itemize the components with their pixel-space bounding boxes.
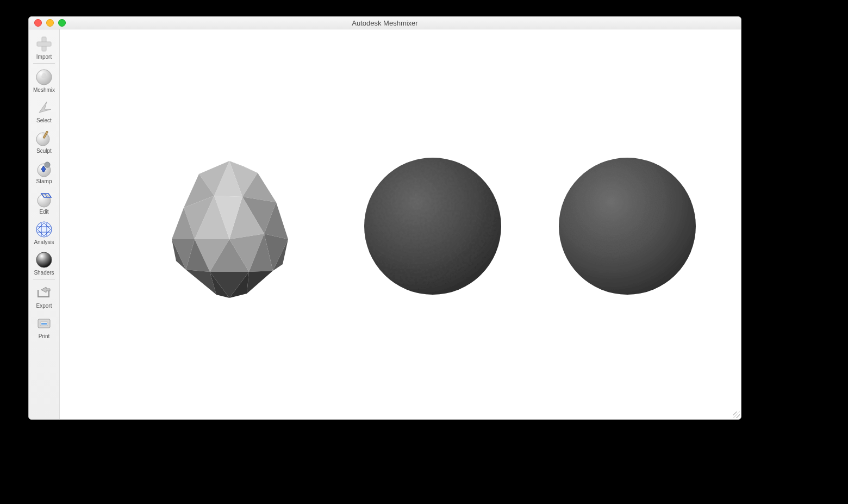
svg-point-3 (36, 133, 49, 146)
scene (60, 29, 741, 419)
edit-icon (35, 190, 53, 208)
tool-label: Print (39, 334, 50, 339)
window-title: Autodesk Meshmixer (29, 19, 741, 27)
svg-rect-1 (37, 42, 51, 46)
tool-stamp[interactable]: Stamp (30, 156, 58, 186)
tool-label: Meshmix (33, 88, 55, 93)
analysis-icon (35, 220, 53, 239)
minimize-icon[interactable] (46, 19, 54, 27)
cursor-icon (35, 98, 53, 117)
sculpt-icon (35, 129, 53, 147)
tool-meshmix[interactable]: Meshmix (30, 65, 58, 95)
separator (33, 63, 55, 64)
svg-point-52 (559, 158, 696, 295)
bunny-sphere-icon (35, 68, 53, 86)
tool-label: Select (36, 118, 52, 123)
zoom-icon[interactable] (58, 19, 66, 27)
svg-point-7 (38, 194, 51, 207)
tool-select[interactable]: Select (30, 95, 58, 126)
shaders-icon (35, 251, 53, 269)
mesh-object-lowpoly[interactable] (162, 158, 297, 310)
window-controls (29, 19, 66, 27)
tool-edit[interactable]: Edit (30, 186, 58, 217)
tool-shaders[interactable]: Shaders (30, 247, 58, 278)
app-window: Autodesk Meshmixer Import (28, 16, 741, 420)
viewport[interactable] (60, 29, 741, 419)
tool-print[interactable]: Print (30, 311, 58, 341)
svg-rect-23 (41, 323, 47, 325)
mesh-object-highpoly[interactable] (558, 155, 697, 297)
tool-label: Sculpt (36, 148, 52, 154)
tool-sculpt[interactable]: Sculpt (30, 126, 58, 156)
plus-icon (35, 35, 53, 53)
svg-point-20 (36, 252, 52, 267)
window-body: Import (29, 29, 741, 419)
toolbar: Import (29, 29, 60, 419)
tool-analysis[interactable]: Analysis (30, 217, 58, 247)
svg-marker-46 (247, 271, 273, 294)
tool-label: Analysis (34, 240, 54, 245)
close-icon[interactable] (34, 19, 42, 27)
tool-label: Edit (39, 209, 48, 215)
stamp-icon (35, 159, 53, 178)
tool-label: Import (36, 54, 52, 60)
svg-point-51 (364, 158, 501, 295)
export-icon (35, 284, 53, 302)
tool-label: Shaders (34, 270, 54, 276)
svg-point-6 (45, 162, 50, 167)
separator (33, 279, 55, 279)
mesh-object-midpoly[interactable] (363, 155, 502, 297)
tool-label: Export (36, 303, 52, 309)
tool-label: Stamp (36, 179, 52, 184)
printer-icon (35, 314, 53, 333)
desktop: Autodesk Meshmixer Import (0, 0, 848, 504)
window-titlebar[interactable]: Autodesk Meshmixer (29, 17, 741, 29)
svg-point-11 (36, 222, 52, 237)
tool-import[interactable]: Import (30, 32, 58, 62)
tool-export[interactable]: Export (30, 281, 58, 311)
